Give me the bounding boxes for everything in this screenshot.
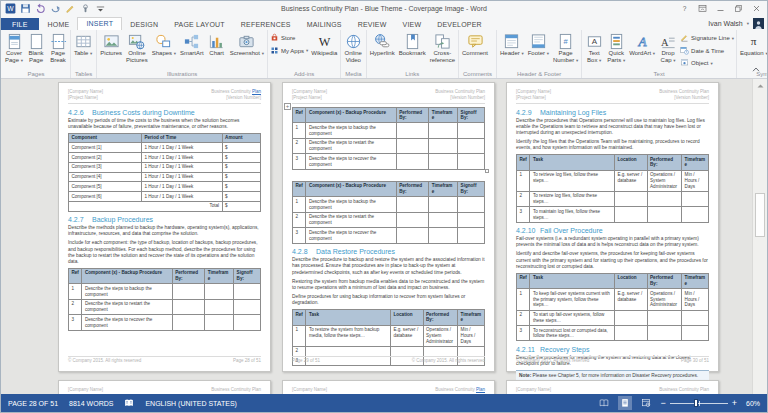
tab-home[interactable]: HOME [40,18,78,30]
column-header[interactable]: Location [614,273,647,288]
table-cell[interactable]: 3 [517,326,530,341]
ribbon-button-bookmark[interactable]: Bookmark [397,31,428,71]
page-footer[interactable]: Page 29 of 51© Company 2015. All rights … [292,356,485,364]
column-header[interactable]: Performed By: [172,268,205,283]
scrollbar-thumb[interactable] [755,193,765,237]
table-cell[interactable] [647,191,682,206]
ribbon-button-page-break[interactable]: PageBreak [47,31,69,71]
table-cell[interactable] [234,284,261,299]
column-header[interactable]: Task [530,155,614,170]
restore-button[interactable] [733,4,743,14]
table-cell[interactable]: $ [222,143,260,153]
column-header[interactable]: Amount [222,133,260,143]
table-cell[interactable] [429,154,458,169]
ribbon-button-signature-line[interactable]: Signature Line ▾ [680,33,734,43]
table-cell[interactable]: Component [4] [69,172,142,182]
table-cell[interactable]: 1 Hour / 1 Day / 1 Week [141,182,222,192]
table-cell[interactable]: 1 Hour / 1 Day / 1 Week [141,172,222,182]
table-cell[interactable] [647,326,682,341]
word-icon[interactable]: W [5,3,16,14]
close-button[interactable] [751,4,761,14]
table-cell[interactable] [429,138,458,153]
heading-4-2-9[interactable]: 4.2.9Maintaining Log Files [516,109,709,116]
table-move-handle[interactable]: + [284,103,291,110]
table-cell[interactable] [205,315,234,330]
table-cell[interactable] [458,197,485,212]
ribbon-button-object[interactable]: Object ▾ [680,58,734,68]
table-cell[interactable]: 1 [293,325,306,346]
table-cell[interactable] [458,154,485,169]
table-cell[interactable] [396,197,429,212]
collapse-ribbon-button[interactable] [752,58,760,76]
table-cell[interactable]: Component [2] [69,153,142,163]
language-indicator[interactable]: ENGLISH (UNITED STATES) [145,400,237,407]
column-header[interactable]: Ref [293,108,306,123]
table-cell[interactable]: $ [222,162,260,172]
heading-4-2-11[interactable]: 4.2.11Recovery Steps [516,346,709,353]
column-header[interactable]: Location [390,310,423,325]
table-cell[interactable] [234,299,261,314]
table-cell[interactable]: 2 [293,138,306,153]
minimize-button[interactable] [715,4,725,14]
heading-4-2-6[interactable]: 4.2.6Business Costs during Downtime [68,109,261,116]
table-resize-handle[interactable] [485,169,489,173]
user-name[interactable]: Ivan Walsh [708,20,742,27]
table-cell[interactable]: Component [5] [69,182,142,192]
table-cell[interactable]: To reconstruct lost or corrupted data, f… [530,326,614,341]
tab-file[interactable]: FILE [1,18,39,30]
table-cell[interactable]: Describe the steps to recover the compon… [306,228,396,243]
word-count[interactable]: 8814 WORDS [69,400,113,407]
column-header[interactable]: Performed By: [396,181,429,196]
ribbon-button-comment[interactable]: Comment [460,31,490,71]
tab-mailings[interactable]: MAILINGS [299,18,350,30]
table-cell[interactable]: 2 [517,310,530,325]
heading-4-2-10[interactable]: 4.2.10Fail Over Procedure [516,227,709,234]
table-cell[interactable] [458,212,485,227]
column-header[interactable]: Signoff By: [234,268,261,283]
redo-icon[interactable] [50,3,61,14]
table-cell[interactable]: To start up fail-over systems, follow th… [530,310,614,325]
paragraph[interactable]: Define procedures for using backup infor… [292,294,485,306]
ribbon-button-wordart[interactable]: AWordArt ▾ [627,31,657,71]
table-cell[interactable]: $ [222,182,260,192]
table-cell[interactable]: Describe the steps to backup the compone… [306,123,396,138]
table-cell[interactable]: Operations / System Administrator [423,325,458,346]
table-cell[interactable] [429,228,458,243]
column-header[interactable]: Ref [293,181,306,196]
column-header[interactable]: Timeframe [205,268,234,283]
table-cell[interactable] [682,191,709,206]
tab-design[interactable]: DESIGN [122,18,166,30]
table-cell[interactable] [429,123,458,138]
tab-developer[interactable]: DEVELOPER [429,18,490,30]
paragraph[interactable]: Restoring the system from backup media e… [292,279,485,291]
paragraph[interactable]: Describe the procedures that Operations … [516,118,709,136]
ribbon-button-header[interactable]: Header ▾ [498,31,526,71]
ribbon-button-page-number[interactable]: #PageNumber ▾ [551,31,580,71]
paragraph[interactable]: Fail-over systems (i.e. a redundant syst… [516,236,709,248]
column-header[interactable]: Component (x) - Backup Procedure [306,181,396,196]
heading-4-2-8[interactable]: 4.2.8Data Restore Procedures [292,248,485,255]
table-cell[interactable]: To keep fail-over systems current with t… [530,289,614,310]
table-cell[interactable] [614,326,647,341]
table-cell[interactable]: Component [1] [69,143,142,153]
scroll-up-button[interactable] [753,79,767,92]
column-header[interactable]: Ref [517,273,530,288]
page-footer[interactable]: © Company 2015. All rights reservedPage … [68,356,261,364]
paragraph[interactable]: Describe the procedure to backup and res… [292,257,485,275]
table-cell[interactable]: Total [69,201,223,211]
table-cell[interactable]: 1 [517,289,530,310]
paragraph[interactable]: Estimate by periods of time the costs to… [68,118,261,130]
table-cell[interactable] [458,138,485,153]
column-header[interactable]: Performed By: [647,273,682,288]
ribbon-button-hyperlink[interactable]: Hyperlink [368,31,397,71]
paragraph[interactable]: Include for each component: the type of … [68,240,261,265]
ribbon-button-table[interactable]: Table ▾ [72,31,94,71]
table-cell[interactable] [396,212,429,227]
table-cell[interactable] [682,326,709,341]
table-cell[interactable]: Min / Hours / Days [682,289,709,310]
page-footer[interactable]: © Company 2015. All rights reservedPage … [516,356,709,364]
user-avatar[interactable] [753,18,764,29]
table-cell[interactable] [614,207,647,222]
table-cell[interactable]: E.g. server / database [614,289,647,310]
paragraph[interactable]: Identify and describe fail-over systems,… [516,251,709,269]
